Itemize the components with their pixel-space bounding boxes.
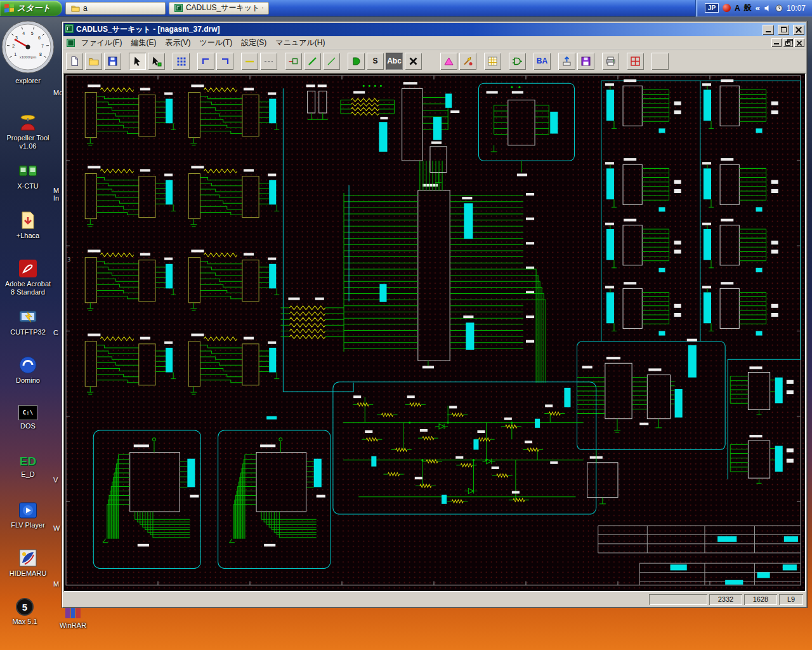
desktop-icon-propeller-tool[interactable]: Propeller Tool v1.06 [0,113,56,150]
taskbar-button-folder-a[interactable]: a [65,2,166,15]
svg-text:3: 3 [67,256,70,263]
desktop-icon-lhaca[interactable]: +Lhaca [0,211,56,240]
desktop-icon-label: +Lhaca [16,232,39,240]
max-icon: 5 [16,598,34,616]
dashed-line-tool-button[interactable] [260,53,277,70]
start-button[interactable]: スタート [0,1,62,16]
select-tool-button[interactable] [129,53,146,70]
windows-logo-icon [4,3,14,13]
app-icon [65,24,74,36]
new-file-button[interactable] [66,53,83,70]
ime-tool-icon[interactable] [723,4,731,12]
menu-edit[interactable]: 編集(E) [126,36,160,50]
speaker-icon[interactable] [764,4,771,12]
desktop-icon-cutftp32[interactable]: CUTFTP32 [0,308,56,336]
partial-icon-label: M [53,580,59,588]
system-tray: JP A 般 « 10:07 [695,0,812,17]
desktop-icon-label: Propeller Tool v1.06 [6,134,49,150]
document-icon [67,39,75,47]
wire-bend2-tool-button[interactable] [216,53,233,70]
cadlus-window: CADLUS_サーキット - [nagasm_37.drw] ファイル(F)編集… [62,21,808,608]
desktop-icon-label: Adobe Acrobat 8 Standard [5,280,51,296]
logic-gate-tool-button[interactable] [509,53,526,70]
desktop-icon-domino[interactable]: Domino [0,355,56,385]
svg-text:8: 8 [39,52,42,56]
menu-settings[interactable]: 設定(S) [237,36,271,50]
desktop-icon-explorer[interactable]: 12345678x1000rpmexplorer [0,19,56,85]
ime-kana-indicator[interactable]: 般 [744,3,752,13]
text-tool-button[interactable]: Abc [386,53,403,70]
array-placement-button[interactable] [173,53,190,70]
spare-button[interactable] [652,53,669,70]
toolbar: SAbcBA [63,50,806,72]
mdi-close-button[interactable] [794,38,804,47]
ftp-icon [18,308,37,326]
desktop-icon-x-ctu[interactable]: X-CTU [0,162,56,190]
menu-file[interactable]: ファイル(F) [77,36,126,50]
signal-name-tool-button-label: S [372,56,377,65]
marker-tool-button[interactable] [440,53,457,70]
mdi-child-buttons [770,38,804,47]
lhaca-icon [18,211,37,230]
ba-check-button[interactable]: BA [534,53,551,70]
wire-bend-tool-button[interactable] [197,53,214,70]
clock: 10:07 [787,4,806,13]
save-file-button[interactable] [104,53,121,70]
desktop-icon-max51[interactable]: 5Max 5.1 [3,598,47,626]
desktop-icon-dos[interactable]: C:\DOS [0,405,56,430]
flv-icon [18,501,37,519]
menu-manual[interactable]: マニュアル(H) [271,36,329,50]
open-file-button[interactable] [85,53,102,70]
menu-tool[interactable]: ツール(T) [195,36,237,50]
delete-tool-button[interactable] [405,53,422,70]
status-layer: L9 [779,594,803,605]
desktop-icon-e-d[interactable]: EDE_D [0,454,56,479]
taskbar-buttons: aCADLUS_サーキット - [... [62,0,269,16]
ime-mode-indicator[interactable]: A [735,4,740,13]
ime-language-badge[interactable]: JP [705,3,719,13]
tray-collapse-chevron[interactable]: « [756,3,760,13]
desktop-icon-acrobat[interactable]: Adobe Acrobat 8 Standard [0,259,56,296]
desktop-icon-hidemaru[interactable]: HIDEMARU [0,548,56,578]
grid-setup-button[interactable] [484,53,501,70]
close-icon [796,27,802,33]
status-coordinate-y: 1628 [744,594,777,605]
print-button[interactable] [602,53,619,70]
thin-diagonal-wire-tool-button[interactable] [323,53,340,70]
minimize-icon [766,31,771,32]
clock-app-icon[interactable] [775,4,783,12]
maximize-button[interactable] [778,25,789,35]
partial-icon-label: In [53,194,59,202]
minimize-button[interactable] [763,25,774,35]
svg-text:2: 2 [12,44,15,48]
menu-view[interactable]: 表示(V) [160,36,195,50]
titlebar[interactable]: CADLUS_サーキット - [nagasm_37.drw] [63,23,806,36]
close-button[interactable] [793,25,804,35]
svg-text:5: 5 [31,31,34,36]
desktop-icon-label: WinRAR [60,621,86,630]
settings-tools-button[interactable] [459,53,476,70]
schematic-canvas[interactable]: 3 [63,73,806,592]
save-special-button[interactable] [577,53,594,70]
acrobat-icon [18,259,37,278]
mdi-restore-button[interactable] [783,38,793,47]
taskbar-button-cadlus[interactable]: CADLUS_サーキット - [... [169,2,269,15]
diagonal-wire-tool-button[interactable] [304,53,321,70]
dos-icon: C:\ [18,405,37,420]
partial-icon-label: C [53,329,58,336]
line-tool-button[interactable] [241,53,258,70]
gate-place-button[interactable] [348,53,365,70]
mdi-restore-icon [785,41,790,46]
cadlus-app-icon [174,4,183,12]
pcb-layout-button[interactable] [627,53,644,70]
taskbar: スタート aCADLUS_サーキット - [... JP A 般 « 10:07 [0,0,812,17]
signal-name-tool-button[interactable]: S [367,53,384,70]
desktop-icon-flv-player[interactable]: FLV Player [0,501,56,529]
window-title: CADLUS_サーキット - [nagasm_37.drw] [76,24,759,35]
part-pick-tool-button[interactable] [148,53,165,70]
pin-connect-tool-button[interactable] [285,53,302,70]
text-tool-button-label: Abc [387,56,402,65]
mdi-minimize-button[interactable] [771,38,782,47]
status-coordinate-x: 2332 [709,594,742,605]
output-button[interactable] [558,53,575,70]
